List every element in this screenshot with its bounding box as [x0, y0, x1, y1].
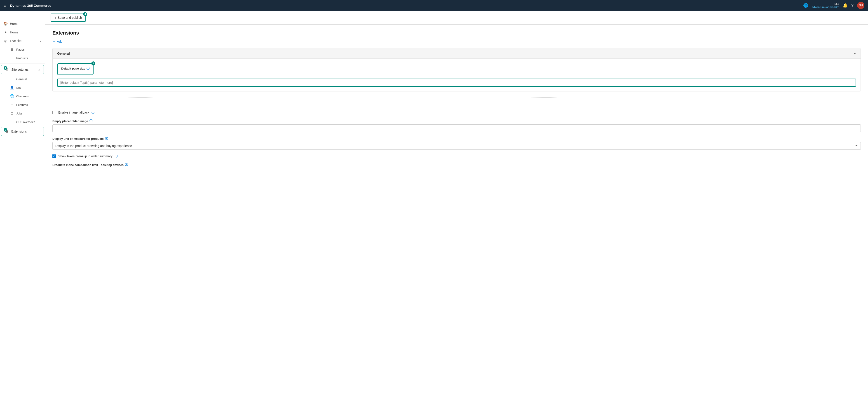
publish-groups-icon: ✦	[4, 30, 8, 34]
products-icon: ⊟	[10, 56, 14, 60]
grid-icon[interactable]: ⠿	[4, 3, 6, 8]
comparison-limit-group: Products in the comparison limit - deskt…	[53, 163, 861, 167]
sidebar-item-products[interactable]: ⊟ Products	[0, 54, 45, 62]
sidebar-item-general[interactable]: ⊞ General	[0, 75, 45, 83]
sidebar-item-jobs[interactable]: ⊡ Jobs	[0, 109, 45, 118]
css-overrides-label: CSS overrides	[16, 120, 41, 124]
page-body: Extensions ＋ Add General ∨ 3 Default pag…	[45, 25, 868, 401]
default-page-size-box: 3 Default page size ⓘ	[57, 63, 94, 75]
live-site-icon: ◎	[4, 39, 8, 43]
toolbar: ↑ Save and publish 4	[45, 11, 868, 25]
default-page-size-info-icon[interactable]: ⓘ	[87, 66, 90, 70]
add-link[interactable]: ＋ Add	[53, 39, 861, 43]
display-unit-group: Display unit of measure for products ⓘ D…	[53, 137, 861, 150]
general-section-body: 3 Default page size ⓘ	[53, 59, 861, 91]
enable-image-fallback-row: Enable image fallback ⓘ	[53, 110, 861, 114]
pages-icon: ⊞	[10, 47, 14, 52]
jobs-label: Jobs	[16, 112, 41, 115]
empty-placeholder-info-icon[interactable]: ⓘ	[90, 119, 92, 123]
display-unit-info-icon[interactable]: ⓘ	[105, 137, 108, 141]
features-label: Features	[16, 103, 41, 107]
site-settings-badge: 1	[4, 66, 7, 70]
sidebar-item-staff[interactable]: 👤 Staff	[0, 83, 45, 92]
sidebar-item-pages[interactable]: ⊞ Pages	[0, 45, 45, 54]
wave-separator	[53, 97, 861, 106]
features-icon: ⊞	[10, 103, 14, 107]
site-settings-chevron: ∧	[38, 68, 40, 71]
general-section: General ∨ 3 Default page size ⓘ	[53, 48, 861, 92]
sidebar-item-publish-groups[interactable]: ✦ Home	[0, 28, 45, 37]
empty-placeholder-label: Empty placeholder image ⓘ	[53, 119, 861, 123]
comparison-limit-label: Products in the comparison limit - deskt…	[53, 163, 861, 167]
css-overrides-icon: ⊟	[10, 120, 14, 124]
app-title: Dynamics 365 Commerce	[10, 4, 51, 7]
sidebar-item-site-settings[interactable]: 1 ⚙ Site settings ∧	[1, 65, 44, 74]
default-page-size-badge: 3	[91, 61, 95, 65]
globe-icon[interactable]: 🌐	[803, 3, 808, 8]
live-site-chevron: ∨	[39, 39, 41, 42]
enable-image-fallback-info-icon[interactable]: ⓘ	[92, 110, 94, 114]
staff-icon: 👤	[10, 86, 14, 90]
sidebar-item-channels[interactable]: 🌐 Channels	[0, 92, 45, 100]
main-content: ↑ Save and publish 4 Extensions ＋ Add Ge…	[45, 11, 868, 401]
sidebar-item-css-overrides[interactable]: ⊟ CSS overrides	[0, 118, 45, 126]
empty-placeholder-group: Empty placeholder image ⓘ	[53, 119, 861, 132]
save-and-publish-button[interactable]: ↑ Save and publish 4	[51, 13, 86, 22]
show-taxes-info-icon[interactable]: ⓘ	[115, 154, 118, 158]
general-label: General	[16, 77, 41, 81]
sidebar-item-menu-toggle[interactable]: ☰	[0, 11, 45, 20]
empty-placeholder-input[interactable]	[53, 125, 861, 132]
enable-image-fallback-label: Enable image fallback	[58, 111, 89, 114]
save-publish-label: Save and publish	[58, 16, 82, 20]
site-name: adventure-works-b2c	[812, 5, 839, 9]
site-label: Site	[834, 2, 839, 5]
sidebar-item-features[interactable]: ⊞ Features	[0, 100, 45, 109]
sidebar: ☰ 🏠 Home ✦ Home ◎ Live site ∨ ⊞ Pages ⊟ …	[0, 11, 45, 401]
products-label: Products	[16, 57, 41, 60]
pages-label: Pages	[16, 48, 41, 51]
general-icon: ⊞	[10, 77, 14, 81]
topnav-right: 🌐 Site adventure-works-b2c 🔔 ? NH	[803, 2, 864, 9]
general-section-chevron: ∨	[854, 52, 856, 55]
home-label: Home	[10, 22, 41, 26]
channels-label: Channels	[16, 95, 41, 98]
jobs-icon: ⊡	[10, 111, 14, 115]
bell-icon[interactable]: 🔔	[843, 3, 848, 8]
page-title: Extensions	[53, 30, 861, 36]
sidebar-item-extensions[interactable]: 2 ⊞ Extensions	[1, 127, 44, 136]
staff-label: Staff	[16, 86, 41, 90]
show-taxes-checkbox[interactable]: ✓	[53, 155, 56, 158]
extensions-label: Extensions	[11, 130, 40, 133]
general-section-header[interactable]: General ∨	[53, 48, 861, 59]
main-layout: ☰ 🏠 Home ✦ Home ◎ Live site ∨ ⊞ Pages ⊟ …	[0, 11, 868, 401]
show-taxes-row: ✓ Show taxes breakup in order summary ⓘ	[53, 154, 861, 158]
default-page-size-label: Default page size ⓘ	[61, 66, 90, 70]
channels-icon: 🌐	[10, 94, 14, 98]
add-label: Add	[57, 40, 63, 43]
show-taxes-label: Show taxes breakup in order summary	[58, 155, 113, 158]
live-site-label: Live site	[10, 39, 37, 43]
save-publish-badge: 4	[83, 12, 87, 16]
save-publish-icon: ↑	[55, 16, 56, 20]
enable-image-fallback-checkbox[interactable]	[53, 111, 56, 114]
display-unit-label: Display unit of measure for products ⓘ	[53, 137, 861, 141]
hamburger-icon: ☰	[4, 13, 8, 17]
display-unit-select[interactable]: Display in the product browsing and buyi…	[53, 142, 861, 150]
add-icon: ＋	[53, 39, 56, 43]
sidebar-item-live-site[interactable]: ◎ Live site ∨	[0, 37, 45, 45]
general-section-title: General	[57, 52, 70, 55]
comparison-limit-info-icon[interactable]: ⓘ	[125, 163, 128, 167]
extensions-badge: 2	[4, 128, 7, 132]
settings-section: Enable image fallback ⓘ Empty placeholde…	[53, 108, 861, 174]
default-page-size-input[interactable]	[57, 78, 856, 87]
topnav: ⠿ Dynamics 365 Commerce 🌐 Site adventure…	[0, 0, 868, 11]
sidebar-item-home[interactable]: 🏠 Home	[0, 20, 45, 28]
site-settings-label: Site settings	[11, 68, 36, 71]
publish-groups-label: Home	[10, 31, 41, 34]
home-icon: 🏠	[4, 22, 8, 26]
user-avatar[interactable]: NH	[857, 2, 864, 9]
help-icon[interactable]: ?	[851, 3, 854, 8]
site-info: Site adventure-works-b2c	[812, 2, 839, 9]
